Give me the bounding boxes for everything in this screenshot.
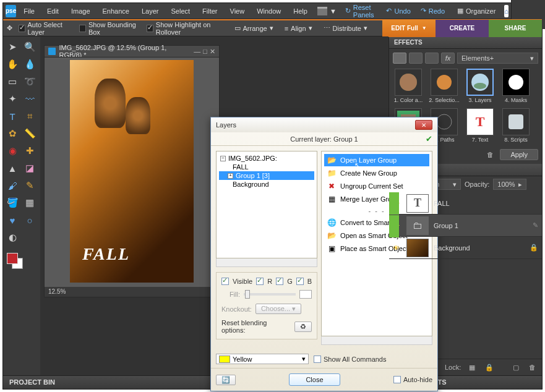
menu-select[interactable]: Select <box>166 5 195 17</box>
sponge-tool-icon[interactable]: ◐ <box>4 229 20 245</box>
selection-brush-icon[interactable]: 〰 <box>22 91 38 107</box>
opacity-field[interactable]: 100%▸ <box>493 179 526 190</box>
menu-window[interactable]: Window <box>252 5 286 17</box>
tab-share[interactable]: SHARE <box>489 20 542 37</box>
lock-all-icon[interactable]: 🔒 <box>483 362 496 373</box>
menu-layer[interactable]: Layer <box>137 5 164 17</box>
b-check[interactable] <box>296 278 304 285</box>
document-titlebar[interactable]: IMG_5602.JPG @ 12.5% (Group 1, RGB/8) * … <box>45 46 219 57</box>
fx-item-selection[interactable]: 2. Selectio... <box>429 69 460 103</box>
layout-icon[interactable] <box>317 5 327 17</box>
visible-check[interactable] <box>221 278 229 285</box>
smart-brush-icon[interactable]: ✎ <box>22 177 38 194</box>
fx-item-layers[interactable]: 3. Layers <box>465 69 496 103</box>
redeye-tool-icon[interactable]: ◉ <box>4 143 20 159</box>
shape-tool-icon[interactable]: ♥ <box>4 212 20 228</box>
type-tool-icon[interactable]: T <box>4 108 20 124</box>
reset-panels-button[interactable]: ↻Reset Panels <box>341 4 378 19</box>
undo-button[interactable]: ↶Undo <box>382 7 414 15</box>
fx-tab-effects[interactable] <box>425 53 439 64</box>
visibility-icon[interactable]: 👁 <box>393 244 401 252</box>
home-icon[interactable]: ⌂ <box>504 5 509 17</box>
app-logo[interactable]: pse <box>6 5 16 17</box>
action-open-layer-group[interactable]: 📂Open Layer Group↖ <box>324 154 429 166</box>
layer-row-background[interactable]: 👁 Background 🔒 <box>389 237 542 259</box>
menu-image[interactable]: Image <box>66 5 95 17</box>
menu-view[interactable]: View <box>225 5 250 17</box>
organizer-button[interactable]: ▦Organizer <box>453 7 499 15</box>
auto-select-layer-check[interactable]: Auto Select Layer <box>19 21 73 36</box>
fx-tab-filters[interactable] <box>393 53 406 64</box>
color-dropdown[interactable]: Yellow▾ <box>216 354 309 364</box>
eyedropper-tool-icon[interactable]: 💧 <box>22 56 38 72</box>
tab-edit[interactable]: EDIT Full <box>382 20 436 37</box>
reset-blending-button[interactable]: ♻ <box>294 322 312 332</box>
show-bounding-box-check[interactable]: Show Bounding Box <box>79 21 140 36</box>
effects-category-dropdown[interactable]: Elements+▾ <box>457 53 538 64</box>
redo-button[interactable]: ↷Redo <box>417 7 448 15</box>
delete-layer-icon[interactable]: 🗑 <box>526 362 538 373</box>
arrange-dropdown[interactable]: ▭ Arrange ▾ <box>232 23 276 33</box>
menu-file[interactable]: File <box>19 5 40 17</box>
refresh-button[interactable]: 🔄 <box>216 375 236 385</box>
project-bin-tab[interactable]: PROJECT BIN <box>3 376 61 389</box>
auto-hide-check[interactable]: Auto-hide <box>393 376 432 383</box>
arrow-tool-icon[interactable]: ➤ <box>4 39 20 55</box>
cookie-cutter-icon[interactable]: ✿ <box>4 126 20 142</box>
tree-scrollbar[interactable] <box>216 258 317 267</box>
close-button[interactable]: Close <box>289 373 340 386</box>
tree-node-root[interactable]: −IMG_5602.JPG: <box>219 154 314 163</box>
apply-button[interactable]: Apply <box>500 149 538 160</box>
r-check[interactable] <box>256 278 264 285</box>
align-dropdown[interactable]: ≡ Align ▾ <box>282 23 315 33</box>
layout-dropdown-icon[interactable]: ▼ <box>330 5 337 17</box>
layer-row-group1[interactable]: 👁 🗀 Group 1 ✎ <box>389 215 542 237</box>
straighten-tool-icon[interactable]: 📏 <box>22 126 38 142</box>
lasso-tool-icon[interactable]: ➰ <box>22 74 38 90</box>
eraser-tool-icon[interactable]: ◪ <box>22 160 38 176</box>
zoom-tool-icon[interactable]: 🔍 <box>22 39 38 55</box>
document-canvas[interactable]: FALL <box>45 57 219 287</box>
new-layer-icon[interactable]: ▢ <box>510 362 522 373</box>
fx-item-masks[interactable]: 4. Masks <box>500 69 531 103</box>
dialog-titlebar[interactable]: Layers ✕ <box>211 117 437 132</box>
stamp-tool-icon[interactable]: ▲ <box>4 160 20 176</box>
g-check[interactable] <box>276 278 283 285</box>
fx-item-scripts[interactable]: 8. Scripts <box>500 108 531 143</box>
doc-maximize-icon[interactable]: □ <box>203 48 207 56</box>
effects-header[interactable]: EFFECTS <box>389 36 542 49</box>
gradient-tool-icon[interactable]: ▦ <box>22 195 38 211</box>
color-swatch[interactable] <box>7 253 23 269</box>
hand-tool-icon[interactable]: ✋ <box>4 56 20 72</box>
tab-create[interactable]: CREATE <box>436 20 489 37</box>
brush-tool-icon[interactable]: 🖌 <box>4 177 20 194</box>
fx-item-color[interactable]: 1. Color a... <box>393 69 424 103</box>
tree-node-background[interactable]: Background <box>219 180 314 189</box>
fill-slider[interactable] <box>244 293 296 296</box>
fx-tab-styles[interactable] <box>409 53 423 64</box>
show-highlight-check[interactable]: Show Highlight on Rollover <box>147 21 225 36</box>
marquee-tool-icon[interactable]: ▭ <box>4 74 20 90</box>
fx-item-text[interactable]: T7. Text <box>465 108 496 143</box>
fx-tab-all[interactable]: fx <box>441 53 455 64</box>
actions-scrollbar[interactable] <box>321 336 432 345</box>
tree-node-fall[interactable]: FALL <box>219 163 314 171</box>
lock-pixels-icon[interactable]: ▦ <box>466 362 478 373</box>
menu-edit[interactable]: Edit <box>42 5 64 17</box>
dialog-close-button[interactable]: ✕ <box>415 120 432 130</box>
bucket-tool-icon[interactable]: 🪣 <box>4 195 20 211</box>
wand-tool-icon[interactable]: ✦ <box>4 91 20 107</box>
layer-tree[interactable]: −IMG_5602.JPG: FALL +Group 1 [3] Backgro… <box>216 151 317 258</box>
knockout-dropdown[interactable]: Choose... ▾ <box>255 304 301 314</box>
action-create-new-group[interactable]: 📁Create New Group <box>324 167 429 179</box>
layer-row-fall[interactable]: 👁 T FALL <box>389 192 542 215</box>
show-all-commands-check[interactable]: Show All Commands <box>314 356 387 363</box>
menu-help[interactable]: Help <box>288 5 312 17</box>
trash-icon[interactable]: 🗑 <box>484 149 496 160</box>
doc-minimize-icon[interactable]: — <box>194 48 200 56</box>
menu-filter[interactable]: Filter <box>197 5 222 17</box>
distribute-dropdown[interactable]: ⋯ Distribute ▾ <box>321 23 370 33</box>
blur-tool-icon[interactable]: ○ <box>22 212 38 228</box>
crop-tool-icon[interactable]: ⌗ <box>22 108 38 124</box>
tree-node-group1[interactable]: +Group 1 [3] <box>219 171 314 180</box>
